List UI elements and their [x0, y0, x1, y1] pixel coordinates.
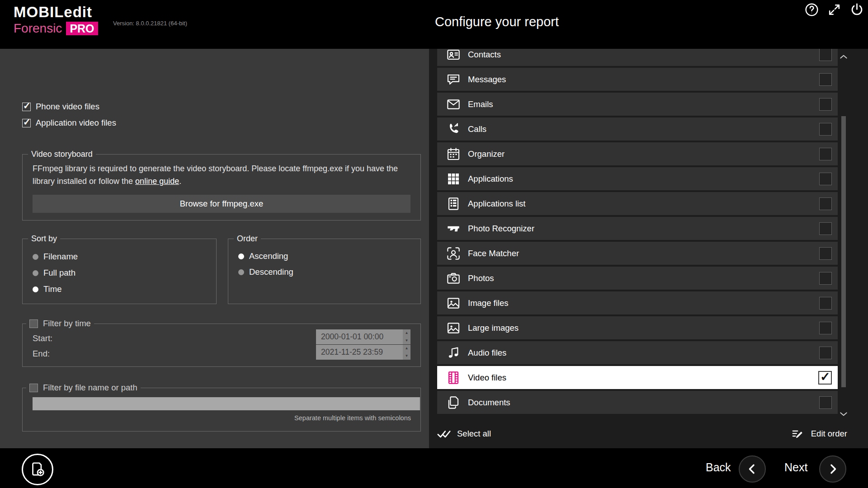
report-item-label: Calls: [468, 124, 486, 134]
resize-window-button[interactable]: [827, 2, 842, 17]
photo-recognizer-checkbox[interactable]: [819, 222, 832, 235]
start-label: Start:: [33, 333, 52, 343]
sort-time-option[interactable]: Time: [33, 284, 61, 294]
scrollbar-thumb[interactable]: [841, 116, 846, 387]
report-item-image-files[interactable]: Image files: [437, 291, 838, 314]
report-item-emails[interactable]: Emails: [437, 93, 838, 116]
photos-checkbox[interactable]: [819, 272, 832, 285]
pro-badge: PRO: [66, 22, 98, 35]
filename-filter-input[interactable]: [33, 397, 420, 410]
filter-by-time-group: Filter by time Start: ▲▼ End: ▲▼: [22, 324, 421, 367]
order-group: Order Ascending Descending: [228, 239, 421, 304]
sort-fullpath-option[interactable]: Full path: [33, 268, 75, 278]
radio-selected-icon[interactable]: [33, 286, 38, 292]
back-label[interactable]: Back: [706, 461, 731, 474]
page-title: Configure your report: [435, 14, 559, 29]
report-item-photos[interactable]: Photos: [437, 267, 838, 290]
app-grid-icon: [446, 172, 461, 186]
report-item-label: Large images: [468, 323, 519, 333]
report-item-label: Contacts: [468, 50, 501, 60]
select-all-button[interactable]: Select all: [437, 424, 491, 444]
audio-files-checkbox[interactable]: [819, 347, 832, 359]
report-item-applications-list[interactable]: Applications list: [437, 192, 838, 215]
order-ascending-label: Ascending: [249, 251, 288, 261]
video-files-checkbox[interactable]: [818, 371, 832, 385]
documents-checkbox[interactable]: [819, 396, 832, 409]
report-item-organizer[interactable]: Organizer: [437, 142, 838, 165]
report-item-photo-recognizer[interactable]: Photo Recognizer: [437, 217, 838, 240]
report-item-contacts[interactable]: Contacts: [437, 49, 838, 66]
order-descending-option[interactable]: Descending: [238, 267, 293, 277]
report-item-label: Emails: [468, 99, 493, 109]
report-item-label: Video files: [468, 373, 506, 383]
double-check-icon: [437, 427, 451, 441]
report-item-video-files[interactable]: Video files: [437, 366, 838, 389]
report-item-documents[interactable]: Documents: [437, 391, 838, 414]
checkbox-checked-icon[interactable]: [22, 119, 31, 127]
large-images-checkbox[interactable]: [819, 322, 832, 334]
checkbox-checked-icon[interactable]: [22, 103, 31, 111]
report-item-audio-files[interactable]: Audio files: [437, 341, 838, 364]
image-files-checkbox[interactable]: [819, 297, 832, 310]
applications-list-checkbox[interactable]: [819, 197, 832, 210]
edit-order-button[interactable]: Edit order: [791, 424, 847, 444]
add-phone-button[interactable]: [22, 454, 53, 485]
envelope-icon: [446, 97, 461, 112]
radio-icon[interactable]: [33, 254, 38, 260]
report-item-label: Messages: [468, 75, 506, 84]
calls-checkbox[interactable]: [819, 123, 832, 136]
power-icon: [849, 2, 864, 17]
report-item-face-matcher[interactable]: Face Matcher: [437, 242, 838, 265]
applications-checkbox[interactable]: [819, 173, 832, 185]
radio-icon[interactable]: [33, 270, 38, 276]
report-item-label: Documents: [468, 398, 510, 408]
online-guide-link[interactable]: online guide: [135, 177, 179, 186]
report-sections-list: Contacts Messages Emails Calls Organizer…: [437, 49, 838, 416]
report-item-label: Applications: [468, 174, 513, 184]
next-label[interactable]: Next: [784, 461, 807, 474]
next-button[interactable]: [819, 455, 846, 483]
organizer-checkbox[interactable]: [819, 148, 832, 160]
edit-order-label: Edit order: [811, 429, 847, 439]
report-item-applications[interactable]: Applications: [437, 167, 838, 190]
scroll-up-button[interactable]: [837, 52, 850, 61]
face-matcher-checkbox[interactable]: [819, 247, 832, 260]
emails-checkbox[interactable]: [819, 98, 832, 111]
phone-video-files-option[interactable]: Phone video files: [22, 102, 99, 112]
report-item-label: Image files: [468, 298, 508, 308]
help-button[interactable]: [804, 2, 819, 17]
radio-selected-icon[interactable]: [238, 253, 244, 259]
chevron-left-icon: [745, 462, 759, 476]
messages-checkbox[interactable]: [819, 73, 832, 86]
select-all-label: Select all: [457, 429, 491, 439]
browse-ffmpeg-button[interactable]: Browse for ffmpeg.exe: [33, 195, 410, 213]
speech-bubble-icon: [446, 72, 461, 87]
sort-filename-option[interactable]: Filename: [33, 252, 78, 262]
ffmpeg-info-text: FFmpeg library is required to generate t…: [33, 162, 408, 188]
ffmpeg-text-before: FFmpeg library is required to generate t…: [33, 164, 398, 186]
scroll-down-button[interactable]: [837, 409, 850, 418]
back-button[interactable]: [739, 455, 766, 483]
report-item-label: Applications list: [468, 199, 526, 209]
video-storyboard-group: Video storyboard FFmpeg library is requi…: [22, 154, 421, 221]
application-video-files-option[interactable]: Application video files: [22, 118, 116, 128]
order-ascending-option[interactable]: Ascending: [238, 251, 288, 261]
report-item-messages[interactable]: Messages: [437, 68, 838, 91]
start-datetime-stepper[interactable]: ▲▼: [403, 329, 410, 344]
filter-time-checkbox[interactable]: [29, 319, 38, 328]
brand-name: MOBILedit: [14, 5, 98, 20]
pistol-icon: [446, 221, 461, 236]
image-icon: [446, 296, 461, 310]
bottom-bar: Back Next: [0, 448, 868, 488]
report-item-calls[interactable]: Calls: [437, 117, 838, 141]
end-datetime-input[interactable]: [316, 345, 408, 360]
contacts-checkbox[interactable]: [819, 49, 832, 61]
application-video-files-label: Application video files: [36, 118, 116, 128]
report-item-label: Audio files: [468, 348, 506, 358]
power-button[interactable]: [849, 2, 864, 17]
end-datetime-stepper[interactable]: ▲▼: [403, 345, 410, 360]
report-item-large-images[interactable]: Large images: [437, 316, 838, 339]
filter-name-checkbox[interactable]: [29, 384, 38, 392]
radio-icon[interactable]: [238, 269, 244, 275]
start-datetime-input[interactable]: [316, 329, 408, 344]
